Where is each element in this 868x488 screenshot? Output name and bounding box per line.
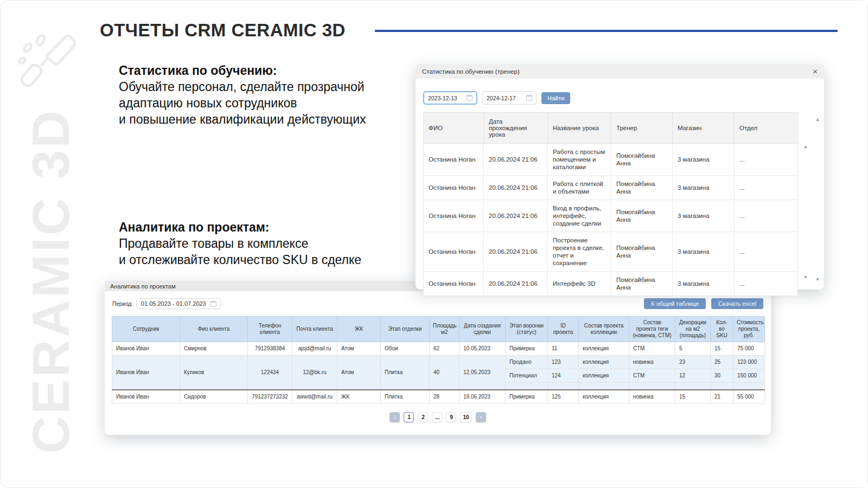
page-ellipsis[interactable]: ... [432, 412, 442, 422]
cell-date: 20.06.2024 21:06 [484, 200, 548, 232]
date-to-input[interactable]: 2024-12-17 [482, 91, 537, 105]
cell-fio: Останина Ноган [424, 232, 484, 272]
cell-dept: ... [735, 200, 798, 232]
cell-lesson: Построение проекта в сделке, отчет и сох… [548, 232, 611, 272]
cell-fio: Останина Ноган [424, 176, 484, 200]
page-button-10[interactable]: 10 [460, 412, 471, 422]
cell-tags: новинка [629, 390, 675, 404]
cell-fio: Останина Ноган [424, 272, 484, 296]
download-excel-button[interactable]: Скачать excel [711, 298, 763, 309]
column-header[interactable]: Этап воронки (статус) [506, 317, 548, 342]
column-header[interactable]: Стоимость проекта, руб. [733, 317, 765, 342]
pagination: ‹ 1 2 ... 9 10 › [105, 412, 771, 422]
column-header[interactable]: Декорации на м2 (площадь) [675, 317, 711, 342]
cell-collection: коллекция [579, 356, 629, 369]
page-button-1[interactable]: 1 [404, 412, 414, 422]
cell-fio: Останина Ноган [424, 200, 484, 232]
search-button[interactable]: Найти [541, 92, 570, 104]
scroll-up-icon[interactable]: ▲ [815, 117, 820, 122]
column-header[interactable]: Почта клиента [292, 317, 337, 342]
cell-email: ajsjd@mail.ru [292, 342, 337, 356]
cell-collection: коллекция [579, 342, 629, 356]
column-header[interactable]: Дата прохождения урока [484, 113, 548, 144]
training-window-title: Статистика по обучению (тренер) [422, 68, 520, 75]
scroll-down-icon[interactable]: ▼ [815, 277, 820, 282]
column-header[interactable]: Магазин [673, 113, 735, 144]
column-header[interactable]: Состав проекта коллекции [579, 317, 629, 342]
cell-shop: 3 магазина [673, 232, 735, 272]
projects-intro-line: и отслеживайте количество SKU в сделке [119, 253, 361, 267]
cell-deal-date: 10.05.2023 [459, 342, 506, 356]
cell-decor: 5 [675, 342, 711, 356]
column-header[interactable]: Тренер [611, 113, 673, 144]
column-header[interactable]: Площадь м2 [430, 317, 459, 342]
column-header[interactable]: Этап отделки [381, 317, 430, 342]
cell-shop: 3 магазина [673, 144, 735, 176]
cell-shop: 3 магазина [673, 200, 735, 232]
calendar-icon[interactable] [467, 95, 473, 101]
column-header[interactable]: Фио клиента [180, 317, 248, 342]
cell-collection: коллекция [579, 369, 629, 383]
scroll-down-icon[interactable]: ▼ [803, 275, 808, 280]
training-filters: 2023-12-13 2024-12-17 Найти [423, 91, 824, 105]
cell-email: awwd@mail.ru [292, 390, 337, 404]
cell-tags: новинка [629, 356, 675, 369]
cell-employee: Иванов Иван [112, 356, 180, 390]
cell-deal-date: 12.05.2023 [459, 356, 506, 390]
table-row[interactable]: Иванов Иван Смирнов 7912938384 ajsjd@mai… [112, 342, 765, 356]
cell-lesson: Вход в профиль, интерфейс, создание сдел… [548, 200, 611, 232]
next-page-icon[interactable]: › [476, 412, 486, 422]
table-row[interactable]: Останина Ноган 20.06.2024 21:06 Работа с… [424, 144, 798, 176]
cell-project-id: 124 [548, 369, 579, 383]
cell-decor: 15 [675, 390, 711, 404]
column-header[interactable]: ФИО [424, 113, 484, 144]
training-intro-line: адаптацию новых сотрудников [119, 96, 297, 110]
cell-employee: Иванов Иван [112, 390, 180, 404]
column-header[interactable]: Дата создания сделки [459, 317, 506, 342]
cell-phone: 791237273232 [248, 390, 292, 404]
table-row[interactable]: Иванов Иван Куликов 122434 12@bk.ru Атом… [112, 356, 765, 369]
table-row[interactable]: Останина Ноган 20.06.2024 21:06 Построен… [424, 232, 798, 272]
column-header[interactable]: Отдел [735, 113, 798, 144]
table-row[interactable]: Останина Ноган 20.06.2024 21:06 Вход в п… [424, 200, 798, 232]
column-header[interactable]: Название урока [548, 113, 611, 144]
cell-sku: 30 [711, 369, 733, 383]
column-header[interactable]: ЖК [337, 317, 381, 342]
projects-window-title: Аналитика по проектам [110, 283, 175, 290]
cell-tags: СТМ [629, 369, 675, 383]
table-row[interactable]: Иванов Иван Сидоров 791237273232 awwd@ma… [112, 390, 765, 404]
column-header[interactable]: ID проекта [548, 317, 579, 342]
period-range-input[interactable]: 01.05.2023 - 01.07.2023 [136, 298, 221, 309]
page-button-9[interactable]: 9 [446, 412, 456, 422]
prev-page-icon[interactable]: ‹ [390, 412, 400, 422]
table-row[interactable]: Останина Ноган 20.06.2024 21:06 Работа с… [424, 176, 798, 200]
page-button-2[interactable]: 2 [418, 412, 428, 422]
common-table-button[interactable]: К общей таблице [644, 298, 706, 309]
cell-project-id: 11 [548, 342, 579, 356]
cell-area: 62 [430, 342, 459, 356]
column-header[interactable]: Сотрудник [112, 317, 180, 342]
cell-dept: ... [735, 176, 798, 200]
cell-cost: 75 000 [733, 342, 765, 356]
calendar-icon[interactable] [210, 301, 216, 307]
cell-funnel-stage: Потенциал [506, 369, 548, 383]
cell-date: 20.06.2024 21:06 [484, 176, 548, 200]
column-header[interactable]: Состав проекта теги (новинка, СТМ) [629, 317, 675, 342]
date-to-value: 2024-12-17 [487, 95, 516, 101]
scroll-up-icon[interactable]: ▲ [803, 144, 808, 149]
date-from-input[interactable]: 2023-12-13 [423, 91, 477, 105]
cell-phone: 7912938384 [248, 342, 292, 356]
close-icon[interactable]: × [813, 67, 818, 75]
cell-employee: Иванов Иван [112, 342, 180, 356]
column-header[interactable]: Кол-во SKU [711, 317, 733, 342]
column-header[interactable]: Телефон клиента [248, 317, 292, 342]
cell-shop: 3 магазина [673, 272, 735, 296]
cell-cost: 55 000 [733, 390, 765, 404]
table-row[interactable]: Останина Ноган 20.06.2024 21:06 Интерфей… [424, 272, 798, 296]
cell-client: Смирнов [180, 342, 248, 356]
calendar-icon[interactable] [526, 95, 532, 101]
cell-fio: Останина Ноган [424, 144, 484, 176]
cell-client: Сидоров [180, 390, 248, 404]
period-label: Период: [112, 301, 133, 307]
cell-funnel-stage: Примерка [506, 342, 548, 356]
